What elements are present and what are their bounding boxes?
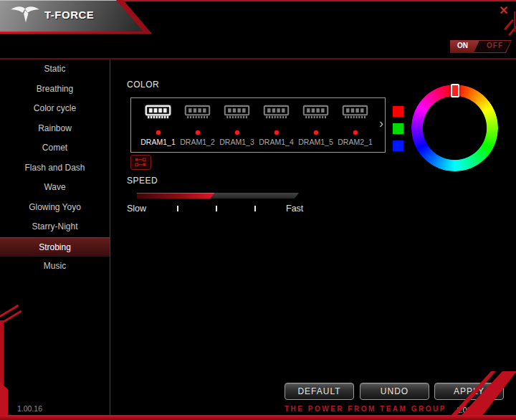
sidebar-item-rainbow[interactable]: Rainbow bbox=[0, 119, 110, 139]
module-indicator-dot bbox=[274, 130, 279, 135]
sidebar-item-color-cycle[interactable]: Color cycle bbox=[0, 99, 110, 119]
left-edge-accent bbox=[0, 320, 4, 385]
left-edge-accent bbox=[0, 382, 8, 415]
sidebar-item-comet[interactable]: Comet bbox=[0, 138, 110, 158]
bottom-right-accent bbox=[450, 371, 516, 416]
sync-all-button[interactable] bbox=[130, 155, 151, 170]
t-force-logo: T-FORCE bbox=[10, 5, 94, 24]
sidebar-item-strobing[interactable]: Strobing bbox=[0, 237, 110, 257]
slow-label: Slow bbox=[127, 204, 146, 214]
ram-icon bbox=[224, 105, 250, 123]
module-dram1-5[interactable]: DRAM1_5 bbox=[296, 105, 335, 152]
logo-text: T-FORCE bbox=[44, 9, 94, 21]
chevron-right-icon[interactable]: › bbox=[379, 117, 383, 130]
module-label: DRAM1_1 bbox=[140, 138, 175, 146]
slider-tick bbox=[254, 206, 256, 211]
link-icon bbox=[135, 158, 148, 167]
sidebar-item-static[interactable]: Static bbox=[0, 59, 110, 80]
module-label: DRAM1_4 bbox=[259, 138, 293, 146]
bottom-accent-bar bbox=[0, 415, 516, 420]
undo-button[interactable]: UNDO bbox=[360, 383, 429, 400]
mode-sidebar: Static Breathing Color cycle Rainbow Com… bbox=[0, 59, 110, 277]
sidebar-item-wave[interactable]: Wave bbox=[0, 178, 110, 198]
sidebar-divider bbox=[110, 59, 110, 415]
module-dram2-1[interactable]: DRAM2_1 bbox=[335, 105, 375, 152]
right-edge-accent bbox=[514, 11, 515, 32]
header-accent-line bbox=[113, 0, 516, 1]
module-dram1-2[interactable]: DRAM1_2 bbox=[178, 105, 217, 152]
power-toggle[interactable]: ON OFF bbox=[450, 40, 512, 53]
dram-module-list: DRAM1_1 DRAM1_2 DRAM1_3 DRAM1_4 DRAM1_5 … bbox=[130, 97, 386, 153]
module-label: DRAM1_2 bbox=[180, 138, 214, 146]
speed-section-title: SPEED bbox=[127, 176, 158, 186]
module-label: DRAM1_3 bbox=[219, 138, 254, 146]
module-indicator-dot bbox=[156, 130, 161, 135]
swatch-green[interactable] bbox=[393, 123, 403, 134]
sidebar-item-music[interactable]: Music bbox=[0, 257, 110, 277]
module-indicator-dot bbox=[196, 130, 200, 135]
wing-icon bbox=[10, 5, 40, 24]
default-button[interactable]: DEFAULT bbox=[285, 383, 354, 400]
slider-tick bbox=[177, 206, 178, 211]
sidebar-item-starry-night[interactable]: Starry-Night bbox=[0, 217, 110, 237]
sidebar-item-glowing-yoyo[interactable]: Glowing Yoyo bbox=[0, 198, 110, 218]
module-label: DRAM2_1 bbox=[338, 138, 372, 146]
ram-icon bbox=[145, 105, 171, 123]
module-indicator-dot bbox=[314, 130, 318, 135]
close-icon[interactable]: ✕ bbox=[496, 3, 512, 19]
ram-icon bbox=[263, 105, 290, 123]
swatch-red[interactable] bbox=[393, 106, 403, 117]
sidebar-item-flash-and-dash[interactable]: Flash and Dash bbox=[0, 158, 110, 178]
sidebar-item-breathing[interactable]: Breathing bbox=[0, 80, 110, 100]
brand-tagline: THE POWER FROM TEAM GROUP bbox=[285, 405, 446, 413]
version-left: 1.00.16 bbox=[17, 404, 42, 413]
color-swatches bbox=[393, 106, 403, 151]
speed-slider-track[interactable] bbox=[137, 193, 299, 199]
app-window: T-FORCE ✕ ON OFF Static Breathing Color … bbox=[0, 0, 516, 420]
module-dram1-3[interactable]: DRAM1_3 bbox=[217, 105, 257, 152]
fast-label: Fast bbox=[286, 204, 303, 214]
ram-icon bbox=[342, 105, 368, 123]
hue-selector-knob[interactable] bbox=[451, 84, 459, 97]
toggle-off-button[interactable]: OFF bbox=[487, 40, 503, 53]
module-label: DRAM1_5 bbox=[298, 138, 333, 146]
color-wheel[interactable] bbox=[411, 85, 498, 171]
module-indicator-dot bbox=[235, 130, 239, 135]
slider-tick bbox=[216, 206, 217, 211]
module-dram1-4[interactable]: DRAM1_4 bbox=[257, 105, 296, 152]
ram-icon bbox=[302, 105, 329, 123]
ram-icon bbox=[184, 105, 211, 123]
module-indicator-dot bbox=[353, 130, 358, 135]
module-dram1-1[interactable]: DRAM1_1 bbox=[138, 105, 178, 152]
swatch-blue[interactable] bbox=[393, 140, 403, 151]
speed-slider-fill bbox=[137, 193, 214, 199]
color-section-title: COLOR bbox=[127, 80, 159, 90]
